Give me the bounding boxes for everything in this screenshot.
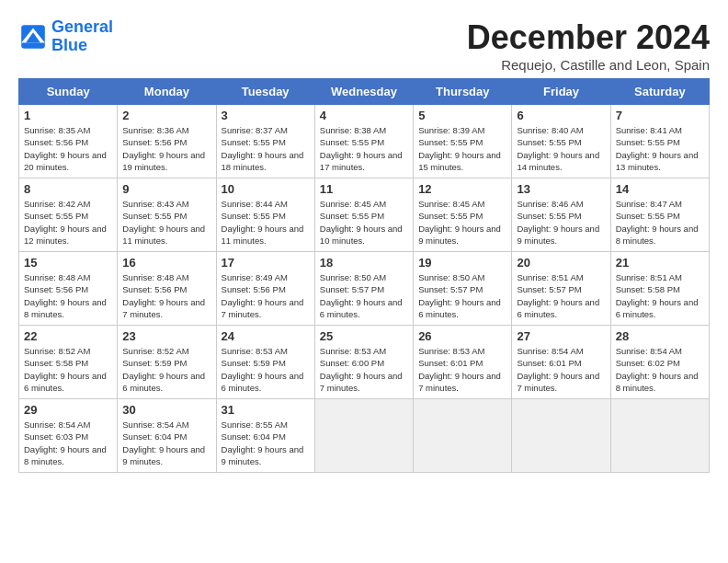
day-info: Sunrise: 8:52 AM Sunset: 5:59 PM Dayligh…	[122, 345, 210, 394]
calendar-cell: 18 Sunrise: 8:50 AM Sunset: 5:57 PM Dayl…	[314, 252, 413, 326]
calendar-cell: 2 Sunrise: 8:36 AM Sunset: 5:56 PM Dayli…	[118, 105, 216, 178]
calendar-cell: 17 Sunrise: 8:49 AM Sunset: 5:56 PM Dayl…	[216, 252, 314, 326]
day-number: 19	[418, 256, 506, 270]
day-info: Sunrise: 8:43 AM Sunset: 5:55 PM Dayligh…	[122, 198, 210, 247]
day-info: Sunrise: 8:41 AM Sunset: 5:55 PM Dayligh…	[616, 124, 704, 173]
day-info: Sunrise: 8:55 AM Sunset: 6:04 PM Dayligh…	[222, 419, 310, 467]
page-header: General Blue December 2024 Requejo, Cast…	[18, 18, 710, 73]
calendar-cell: 26 Sunrise: 8:53 AM Sunset: 6:01 PM Dayl…	[414, 326, 512, 399]
day-info: Sunrise: 8:44 AM Sunset: 5:55 PM Dayligh…	[222, 198, 310, 247]
day-number: 23	[122, 329, 210, 343]
title-block: December 2024 Requejo, Castille and Leon…	[467, 18, 710, 73]
calendar-cell	[512, 399, 610, 473]
day-info: Sunrise: 8:46 AM Sunset: 5:55 PM Dayligh…	[517, 198, 605, 247]
day-number: 4	[320, 109, 408, 122]
day-info: Sunrise: 8:51 AM Sunset: 5:57 PM Dayligh…	[517, 271, 605, 320]
day-number: 18	[320, 256, 408, 270]
column-header-saturday: Saturday	[610, 79, 709, 105]
day-number: 9	[122, 182, 210, 196]
day-info: Sunrise: 8:50 AM Sunset: 5:57 PM Dayligh…	[320, 271, 408, 320]
day-number: 20	[517, 256, 605, 270]
day-info: Sunrise: 8:54 AM Sunset: 6:04 PM Dayligh…	[122, 419, 210, 467]
calendar-cell: 23 Sunrise: 8:52 AM Sunset: 5:59 PM Dayl…	[118, 326, 216, 399]
day-info: Sunrise: 8:45 AM Sunset: 5:55 PM Dayligh…	[320, 198, 408, 247]
day-info: Sunrise: 8:49 AM Sunset: 5:56 PM Dayligh…	[222, 271, 310, 320]
day-number: 25	[320, 329, 408, 343]
logo-text: General Blue	[51, 18, 113, 55]
day-info: Sunrise: 8:36 AM Sunset: 5:56 PM Dayligh…	[122, 124, 210, 173]
location-subtitle: Requejo, Castille and Leon, Spain	[467, 57, 710, 73]
day-number: 14	[616, 182, 704, 196]
calendar-cell: 20 Sunrise: 8:51 AM Sunset: 5:57 PM Dayl…	[512, 252, 610, 326]
calendar-cell	[314, 399, 413, 473]
day-number: 21	[616, 256, 704, 270]
day-number: 6	[517, 109, 605, 122]
calendar-cell: 8 Sunrise: 8:42 AM Sunset: 5:55 PM Dayli…	[19, 178, 118, 252]
column-header-friday: Friday	[512, 79, 610, 105]
calendar-week-row: 22 Sunrise: 8:52 AM Sunset: 5:58 PM Dayl…	[19, 326, 710, 399]
day-number: 16	[122, 256, 210, 270]
calendar-cell: 3 Sunrise: 8:37 AM Sunset: 5:55 PM Dayli…	[216, 105, 314, 178]
calendar-cell: 16 Sunrise: 8:48 AM Sunset: 5:56 PM Dayl…	[118, 252, 216, 326]
calendar-cell: 31 Sunrise: 8:55 AM Sunset: 6:04 PM Dayl…	[216, 399, 314, 473]
day-number: 13	[517, 182, 605, 196]
calendar-cell: 25 Sunrise: 8:53 AM Sunset: 6:00 PM Dayl…	[314, 326, 413, 399]
day-info: Sunrise: 8:54 AM Sunset: 6:01 PM Dayligh…	[517, 345, 605, 394]
day-info: Sunrise: 8:53 AM Sunset: 5:59 PM Dayligh…	[222, 345, 310, 394]
day-number: 11	[320, 182, 408, 196]
column-header-tuesday: Tuesday	[216, 79, 314, 105]
calendar-cell	[610, 399, 709, 473]
day-number: 31	[222, 403, 310, 417]
calendar-cell: 14 Sunrise: 8:47 AM Sunset: 5:55 PM Dayl…	[610, 178, 709, 252]
day-info: Sunrise: 8:38 AM Sunset: 5:55 PM Dayligh…	[320, 124, 408, 173]
calendar-cell: 11 Sunrise: 8:45 AM Sunset: 5:55 PM Dayl…	[314, 178, 413, 252]
day-number: 27	[517, 329, 605, 343]
column-header-thursday: Thursday	[414, 79, 512, 105]
column-header-monday: Monday	[118, 79, 216, 105]
calendar-cell: 28 Sunrise: 8:54 AM Sunset: 6:02 PM Dayl…	[610, 326, 709, 399]
day-number: 17	[222, 256, 310, 270]
logo-icon	[18, 22, 48, 52]
column-header-wednesday: Wednesday	[314, 79, 413, 105]
day-info: Sunrise: 8:54 AM Sunset: 6:03 PM Dayligh…	[24, 419, 112, 467]
day-number: 12	[418, 182, 506, 196]
day-number: 2	[122, 109, 210, 122]
calendar-cell: 4 Sunrise: 8:38 AM Sunset: 5:55 PM Dayli…	[314, 105, 413, 178]
logo: General Blue	[18, 18, 113, 55]
calendar-week-row: 1 Sunrise: 8:35 AM Sunset: 5:56 PM Dayli…	[19, 105, 710, 178]
calendar-cell: 29 Sunrise: 8:54 AM Sunset: 6:03 PM Dayl…	[19, 399, 118, 473]
day-info: Sunrise: 8:50 AM Sunset: 5:57 PM Dayligh…	[418, 271, 506, 320]
day-info: Sunrise: 8:47 AM Sunset: 5:55 PM Dayligh…	[616, 198, 704, 247]
day-number: 29	[24, 403, 112, 417]
calendar-cell: 22 Sunrise: 8:52 AM Sunset: 5:58 PM Dayl…	[19, 326, 118, 399]
calendar-cell: 13 Sunrise: 8:46 AM Sunset: 5:55 PM Dayl…	[512, 178, 610, 252]
day-number: 28	[616, 329, 704, 343]
calendar-week-row: 15 Sunrise: 8:48 AM Sunset: 5:56 PM Dayl…	[19, 252, 710, 326]
calendar-cell: 5 Sunrise: 8:39 AM Sunset: 5:55 PM Dayli…	[414, 105, 512, 178]
calendar-cell: 9 Sunrise: 8:43 AM Sunset: 5:55 PM Dayli…	[118, 178, 216, 252]
day-info: Sunrise: 8:42 AM Sunset: 5:55 PM Dayligh…	[24, 198, 112, 247]
calendar-cell: 30 Sunrise: 8:54 AM Sunset: 6:04 PM Dayl…	[118, 399, 216, 473]
day-info: Sunrise: 8:37 AM Sunset: 5:55 PM Dayligh…	[222, 124, 310, 173]
day-info: Sunrise: 8:54 AM Sunset: 6:02 PM Dayligh…	[616, 345, 704, 394]
day-number: 24	[222, 329, 310, 343]
calendar-cell: 24 Sunrise: 8:53 AM Sunset: 5:59 PM Dayl…	[216, 326, 314, 399]
day-info: Sunrise: 8:48 AM Sunset: 5:56 PM Dayligh…	[122, 271, 210, 320]
day-info: Sunrise: 8:51 AM Sunset: 5:58 PM Dayligh…	[616, 271, 704, 320]
day-number: 7	[616, 109, 704, 122]
calendar-cell	[414, 399, 512, 473]
day-info: Sunrise: 8:48 AM Sunset: 5:56 PM Dayligh…	[24, 271, 112, 320]
calendar-cell: 27 Sunrise: 8:54 AM Sunset: 6:01 PM Dayl…	[512, 326, 610, 399]
month-title: December 2024	[467, 18, 710, 57]
calendar-week-row: 8 Sunrise: 8:42 AM Sunset: 5:55 PM Dayli…	[19, 178, 710, 252]
calendar-cell: 7 Sunrise: 8:41 AM Sunset: 5:55 PM Dayli…	[610, 105, 709, 178]
day-number: 3	[222, 109, 310, 122]
calendar-cell: 21 Sunrise: 8:51 AM Sunset: 5:58 PM Dayl…	[610, 252, 709, 326]
day-info: Sunrise: 8:53 AM Sunset: 6:00 PM Dayligh…	[320, 345, 408, 394]
day-info: Sunrise: 8:53 AM Sunset: 6:01 PM Dayligh…	[418, 345, 506, 394]
day-info: Sunrise: 8:52 AM Sunset: 5:58 PM Dayligh…	[24, 345, 112, 394]
day-number: 10	[222, 182, 310, 196]
day-number: 22	[24, 329, 112, 343]
day-number: 26	[418, 329, 506, 343]
calendar-week-row: 29 Sunrise: 8:54 AM Sunset: 6:03 PM Dayl…	[19, 399, 710, 473]
